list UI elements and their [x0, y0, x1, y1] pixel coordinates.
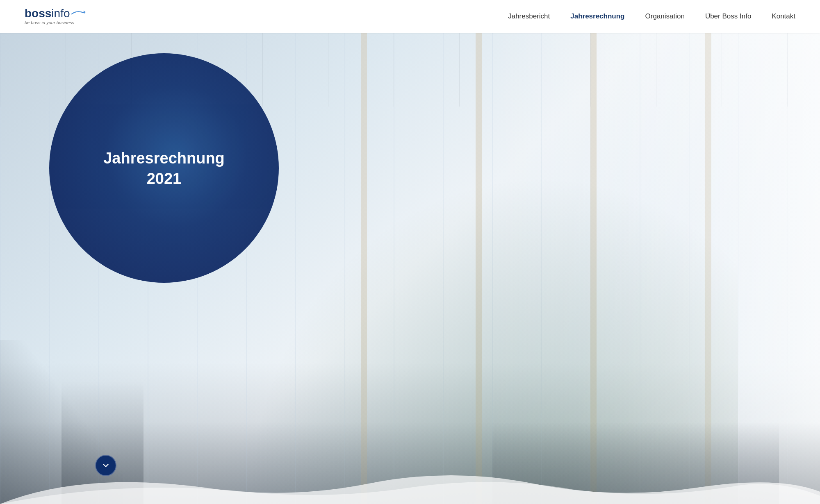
nav-item-jahresrechnung[interactable]: Jahresrechnung [570, 12, 624, 20]
hero-section: Jahresrechnung 2021 [0, 33, 820, 504]
logo-tagline: be boss in your business [25, 20, 74, 25]
hero-year: 2021 [147, 170, 182, 188]
hero-circle: Jahresrechnung 2021 [49, 53, 279, 283]
main-nav: Jahresbericht Jahresrechnung Organisatio… [508, 12, 795, 20]
nav-item-kontakt[interactable]: Kontakt [772, 12, 795, 20]
header: bossinfo be boss in your business Jahres… [0, 0, 820, 33]
wave-decoration [0, 463, 820, 504]
logo[interactable]: bossinfo be boss in your business [25, 8, 86, 25]
logo-bold: boss [25, 8, 51, 19]
hero-title: Jahresrechnung [103, 148, 225, 168]
logo-swoosh-icon [71, 9, 86, 16]
logo-info: info [51, 8, 70, 19]
nav-item-organisation[interactable]: Organisation [645, 12, 685, 20]
nav-item-jahresbericht[interactable]: Jahresbericht [508, 12, 550, 20]
nav-item-uber-boss-info[interactable]: Über Boss Info [705, 12, 751, 20]
